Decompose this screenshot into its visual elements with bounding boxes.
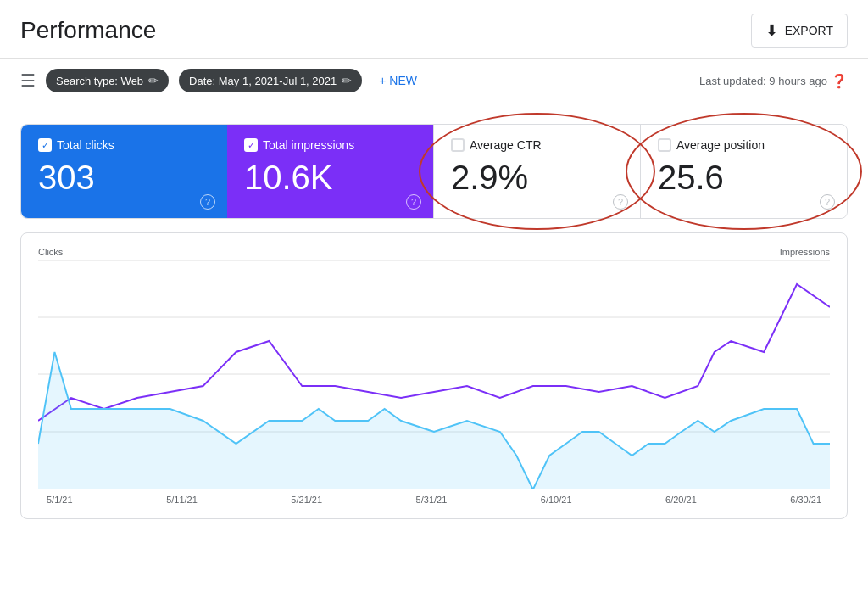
total-clicks-checkbox[interactable]: ✓ xyxy=(38,138,52,152)
date-chip[interactable]: Date: May 1, 2021-Jul 1, 2021 ✏ xyxy=(179,69,362,92)
total-impressions-help-icon[interactable]: ? xyxy=(406,194,421,210)
metrics-row: ✓ Total clicks 303 ? ✓ Total impressions… xyxy=(20,124,848,219)
average-position-help-icon[interactable]: ? xyxy=(820,194,835,210)
average-ctr-checkbox[interactable] xyxy=(451,138,465,152)
total-impressions-checkbox[interactable]: ✓ xyxy=(244,138,258,152)
chart-date-3: 5/31/21 xyxy=(416,495,448,505)
date-label: Date: May 1, 2021-Jul 1, 2021 xyxy=(189,75,337,87)
chart-right-axis-label: Impressions xyxy=(780,247,830,257)
chart-date-0: 5/1/21 xyxy=(47,495,73,505)
page-title: Performance xyxy=(20,17,156,44)
total-clicks-value: 303 xyxy=(38,159,210,196)
chart-date-2: 5/21/21 xyxy=(291,495,322,505)
total-clicks-label: Total clicks xyxy=(57,138,114,152)
export-label: EXPORT xyxy=(785,24,833,37)
search-type-label: Search type: Web xyxy=(56,75,143,87)
toolbar: ☰ Search type: Web ✏ Date: May 1, 2021-J… xyxy=(0,59,868,103)
metric-average-ctr: Average CTR 2.9% ? xyxy=(433,125,640,218)
total-impressions-value: 10.6K xyxy=(244,159,416,196)
metric-total-impressions: ✓ Total impressions 10.6K ? xyxy=(227,125,433,218)
total-impressions-label: Total impressions xyxy=(263,138,354,152)
impressions-line xyxy=(38,284,830,421)
last-updated-text: Last updated: 9 hours ago ❓ xyxy=(699,73,848,89)
metric-total-clicks: ✓ Total clicks 303 ? xyxy=(21,125,227,218)
total-clicks-help-icon[interactable]: ? xyxy=(200,194,215,210)
chart-area: Clicks Impressions 15 10 5 0 300 200 100 xyxy=(20,232,848,519)
edit-search-type-icon: ✏ xyxy=(148,74,159,87)
metric-average-position: Average position 25.6 ? xyxy=(640,125,847,218)
total-impressions-label-row: ✓ Total impressions xyxy=(244,138,416,152)
download-icon: ⬇ xyxy=(765,21,778,40)
main-content: ✓ Total clicks 303 ? ✓ Total impressions… xyxy=(0,103,868,540)
new-label: + NEW xyxy=(379,74,417,87)
new-button[interactable]: + NEW xyxy=(372,69,424,92)
average-position-value: 25.6 xyxy=(658,159,830,196)
average-ctr-label-row: Average CTR xyxy=(451,138,623,152)
average-position-label: Average position xyxy=(676,138,765,152)
total-clicks-label-row: ✓ Total clicks xyxy=(38,138,210,152)
export-button[interactable]: ⬇ EXPORT xyxy=(751,14,848,48)
chart-date-6: 6/30/21 xyxy=(790,495,821,505)
chart-dates: 5/1/21 5/11/21 5/21/21 5/31/21 6/10/21 6… xyxy=(38,495,830,505)
average-ctr-value: 2.9% xyxy=(451,159,623,196)
search-type-chip[interactable]: Search type: Web ✏ xyxy=(46,69,169,92)
average-position-checkbox[interactable] xyxy=(658,138,671,152)
performance-chart: 15 10 5 0 300 200 100 0 xyxy=(38,260,830,489)
clicks-area xyxy=(38,352,830,489)
average-ctr-help-icon[interactable]: ? xyxy=(613,194,628,210)
chart-date-4: 6/10/21 xyxy=(541,495,572,505)
chart-left-axis-label: Clicks xyxy=(38,247,63,257)
filter-icon[interactable]: ☰ xyxy=(20,70,36,91)
chart-date-5: 6/20/21 xyxy=(665,495,697,505)
chart-axis-labels: Clicks Impressions xyxy=(38,247,830,257)
edit-date-icon: ✏ xyxy=(342,74,352,87)
page-header: Performance ⬇ EXPORT xyxy=(0,0,868,59)
chart-container: 15 10 5 0 300 200 100 0 xyxy=(38,260,830,489)
average-ctr-label: Average CTR xyxy=(470,138,542,152)
last-updated-help-icon[interactable]: ❓ xyxy=(831,73,848,89)
chart-date-1: 5/11/21 xyxy=(166,495,198,505)
average-position-label-row: Average position xyxy=(658,138,830,152)
